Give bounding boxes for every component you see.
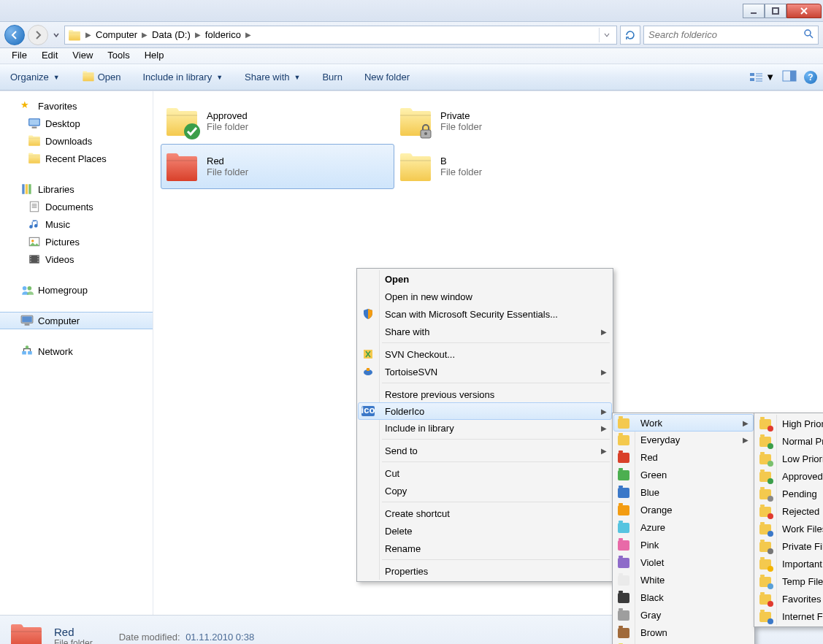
menu-item[interactable]: Include in library▶ — [359, 419, 611, 437]
search-input[interactable] — [648, 29, 803, 40]
minimize-button[interactable] — [743, 4, 765, 18]
organize-button[interactable]: Organize▼ — [6, 69, 64, 85]
sidebar-libraries-header[interactable]: Libraries — [0, 180, 153, 198]
sidebar-item-videos[interactable]: Videos — [0, 250, 153, 268]
nav-forward-button[interactable] — [28, 25, 48, 45]
menu-item[interactable]: TortoiseSVN▶ — [359, 363, 611, 380]
menu-icon — [756, 541, 775, 551]
menu-label: Private Files — [775, 541, 823, 552]
menu-item[interactable]: Brown — [614, 624, 753, 641]
menu-item[interactable]: Azure — [614, 518, 753, 536]
menu-file[interactable]: File — [4, 48, 34, 64]
sidebar-computer[interactable]: Computer — [0, 312, 153, 329]
menu-item[interactable]: Pink — [614, 536, 753, 553]
menu-item[interactable]: Approved — [756, 467, 823, 485]
menu-icon — [614, 434, 633, 445]
sidebar-item-documents[interactable]: Documents — [0, 198, 153, 215]
address-bar[interactable]: ▶ Computer ▶ Data (D:) ▶ folderico ▶ — [64, 26, 617, 45]
menu-item[interactable]: Favorites Files — [756, 590, 823, 607]
menu-item[interactable]: Create shortcut — [359, 505, 611, 522]
sidebar-favorites-header[interactable]: ★ Favorites — [0, 97, 153, 115]
menu-item[interactable]: Blue — [614, 483, 753, 501]
share-with-button[interactable]: Share with▼ — [240, 69, 305, 85]
menu-item[interactable]: Work▶ — [613, 414, 754, 432]
preview-pane-button[interactable] — [782, 70, 797, 84]
sidebar-homegroup[interactable]: Homegroup — [0, 281, 153, 299]
menu-item[interactable]: Copy — [359, 482, 611, 499]
menu-view[interactable]: View — [65, 48, 100, 64]
open-button[interactable]: Open — [77, 67, 126, 87]
address-dropdown[interactable] — [599, 28, 613, 42]
menu-item[interactable]: High Priority — [756, 415, 823, 432]
menu-edit[interactable]: Edit — [34, 48, 65, 64]
menu-item[interactable]: Internet Files — [756, 607, 823, 625]
menu-item[interactable]: Rename — [359, 540, 611, 557]
menu-tools[interactable]: Tools — [100, 48, 137, 64]
close-button[interactable] — [786, 4, 822, 18]
menu-item[interactable]: Orange — [614, 501, 753, 518]
folder-icon — [398, 149, 433, 184]
menu-item[interactable]: icoFolderIco▶ — [358, 402, 612, 420]
include-library-button[interactable]: Include in library▼ — [138, 69, 227, 85]
menu-label: SVN Checkout... — [378, 349, 455, 360]
chevron-right-icon: ▶ — [601, 407, 607, 415]
file-list[interactable]: ApprovedFile folder PrivateFile folder R… — [153, 91, 823, 615]
menu-item[interactable]: Open in new window — [359, 288, 611, 305]
menu-item[interactable]: Important Files — [756, 555, 823, 572]
menu-item[interactable]: Send to▶ — [359, 442, 611, 459]
folder-item[interactable]: BFile folder — [394, 144, 628, 189]
chevron-right-icon: ▶ — [601, 424, 607, 432]
menu-item[interactable]: Violet — [614, 553, 753, 571]
menu-item[interactable]: Lemon — [614, 641, 753, 644]
help-button[interactable]: ? — [804, 71, 817, 84]
menu-item[interactable]: Gray — [614, 606, 753, 624]
sidebar-item-pictures[interactable]: Pictures — [0, 233, 153, 250]
menu-item[interactable]: Pending — [756, 485, 823, 502]
menu-item[interactable]: Delete — [359, 522, 611, 540]
menu-help[interactable]: Help — [137, 48, 172, 64]
sidebar-item-music[interactable]: Music — [0, 215, 153, 233]
view-mode-button[interactable]: ▼ — [749, 72, 775, 83]
menu-item[interactable]: Restore previous versions — [359, 386, 611, 403]
folder-item[interactable]: ApprovedFile folder — [161, 99, 394, 144]
menu-item[interactable]: Cut — [359, 464, 611, 482]
menu-item[interactable]: Properties — [359, 562, 611, 580]
sidebar-item-recent[interactable]: Recent Places — [0, 150, 153, 167]
folder-item[interactable]: PrivateFile folder — [394, 99, 628, 144]
sidebar-item-desktop[interactable]: Desktop — [0, 115, 153, 132]
menu-item[interactable]: Open — [359, 270, 611, 288]
menu-item[interactable]: Normal Priority — [756, 432, 823, 450]
menu-label: Low Priority — [775, 453, 823, 464]
nav-back-button[interactable] — [4, 25, 25, 45]
menu-icon — [756, 436, 775, 446]
breadcrumb-computer[interactable]: Computer — [93, 26, 140, 44]
details-meta-label: Date modified: — [119, 632, 180, 643]
menu-item[interactable]: Private Files — [756, 537, 823, 555]
menu-item[interactable]: Scan with Microsoft Security Essentials.… — [359, 305, 611, 323]
sidebar-item-downloads[interactable]: Downloads — [0, 132, 153, 150]
menu-item[interactable]: Temp Files — [756, 572, 823, 590]
breadcrumb-drive[interactable]: Data (D:) — [149, 26, 194, 44]
menu-item[interactable]: Share with▶ — [359, 323, 611, 340]
new-folder-button[interactable]: New folder — [360, 69, 414, 85]
menu-item[interactable]: Everyday▶ — [614, 431, 753, 448]
burn-button[interactable]: Burn — [318, 69, 346, 85]
menu-item[interactable]: SVN Checkout... — [359, 345, 611, 363]
sidebar-network[interactable]: Network — [0, 342, 153, 360]
breadcrumb-folder[interactable]: folderico — [202, 26, 244, 44]
menu-item[interactable]: Work Files — [756, 520, 823, 537]
menu-item[interactable]: Low Priority — [756, 450, 823, 467]
menu-item[interactable]: White — [614, 571, 753, 589]
menu-icon — [756, 576, 775, 586]
folder-item[interactable]: RedFile folder — [161, 144, 394, 189]
svg-text:ico: ico — [361, 406, 375, 415]
menu-item[interactable]: Rejected — [756, 502, 823, 520]
menu-item[interactable]: Black — [614, 589, 753, 606]
menu-item[interactable]: Red — [614, 448, 753, 466]
search-box[interactable] — [643, 26, 819, 45]
maximize-button[interactable] — [765, 4, 786, 18]
nav-history-dropdown[interactable] — [51, 25, 61, 45]
menu-item[interactable]: Green — [614, 466, 753, 483]
refresh-button[interactable] — [620, 26, 640, 45]
menu-label: Include in library — [378, 423, 454, 434]
